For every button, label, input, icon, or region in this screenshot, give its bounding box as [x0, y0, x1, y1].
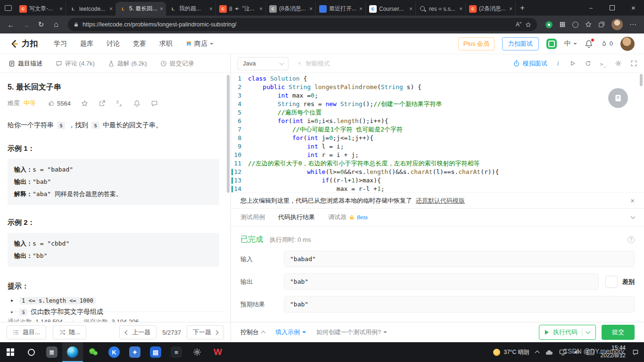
browser-tab[interactable]: L5. 最长回... — [116, 2, 166, 16]
more-menu-icon[interactable] — [629, 20, 636, 29]
console-toggle[interactable]: 控制台 — [240, 328, 265, 337]
tab-actions-icon[interactable] — [0, 0, 16, 16]
new-tab-button[interactable] — [516, 0, 529, 16]
header-nav-6[interactable]: 商店 — [186, 40, 214, 48]
volume-icon[interactable] — [573, 349, 580, 355]
browser-tab[interactable]: Lleetcode... — [66, 2, 116, 16]
browser-tab[interactable]: res = s.s... — [416, 2, 466, 16]
extension-icon-green[interactable] — [545, 21, 553, 28]
favorites-bar-icon[interactable] — [585, 21, 592, 28]
profile-avatar[interactable] — [611, 19, 623, 30]
ime-keyboard-icon[interactable] — [586, 349, 594, 355]
back-button[interactable] — [4, 17, 18, 32]
close-icon[interactable] — [630, 197, 635, 205]
tab-close-icon[interactable] — [309, 6, 313, 12]
browser-tab[interactable]: C8"泣... — [216, 2, 266, 16]
header-nav-2[interactable]: 题库 — [80, 40, 93, 48]
browser-tab[interactable]: 最近打开... — [316, 2, 366, 16]
reset-icon[interactable] — [585, 60, 592, 67]
problem-list-button[interactable]: 题目... — [7, 325, 46, 339]
notification-bell[interactable] — [585, 40, 593, 48]
language-selector[interactable]: 中 — [564, 40, 577, 48]
streak-counter[interactable]: 0 — [601, 40, 613, 48]
taskbar-app-wechat[interactable] — [83, 342, 104, 362]
forward-button[interactable] — [19, 17, 33, 32]
problem-tab-flask[interactable]: 题解 (6.2k) — [101, 54, 154, 73]
tab-close-icon[interactable] — [359, 6, 363, 12]
grid-extension-icon[interactable] — [559, 21, 566, 28]
extension-icon[interactable] — [572, 22, 578, 28]
taskbar-app-6[interactable]: ▤ — [145, 342, 166, 362]
header-nav-4[interactable]: 竞赛 — [133, 40, 146, 48]
terminal-icon[interactable] — [600, 59, 606, 68]
run-code-button[interactable]: 执行代码 — [539, 325, 596, 340]
problem-tab-comment[interactable]: 评论 (4.7k) — [49, 54, 101, 73]
header-nav-5[interactable]: 求职 — [159, 40, 173, 48]
url-text[interactable]: https://leetcode.cn/problems/longest-pal… — [83, 21, 512, 28]
info-icon[interactable]: i — [556, 60, 561, 67]
random-button[interactable]: 随... — [53, 325, 86, 339]
browser-tab[interactable]: L我的题... — [166, 2, 216, 16]
mock-interview-button[interactable]: 模拟面试 — [513, 59, 547, 68]
read-aloud-icon[interactable] — [516, 21, 521, 28]
tab-debugger[interactable]: 调试器 Beta — [328, 213, 368, 222]
interview-button[interactable]: 力扣面试 — [502, 37, 539, 50]
smart-mode-toggle[interactable]: 智能模式 — [296, 59, 330, 68]
fullscreen-icon[interactable] — [630, 60, 637, 67]
input-value-box[interactable]: "babad" — [284, 251, 635, 267]
fill-example-button[interactable]: 填入示例 — [275, 328, 306, 337]
tab-close-icon[interactable] — [209, 6, 213, 12]
taskbar-app-wps[interactable]: W — [207, 342, 228, 362]
restore-default-link[interactable]: 还原默认代码模版 — [416, 197, 465, 205]
like-button[interactable]: 5564 — [48, 100, 71, 107]
tab-close-icon[interactable] — [160, 6, 163, 12]
output-value-box[interactable]: "bab" — [284, 273, 599, 290]
language-select[interactable]: Java — [238, 57, 289, 70]
weather-widget[interactable]: 37°C 晴朗 — [493, 348, 529, 356]
home-button[interactable] — [49, 17, 63, 32]
collections-icon[interactable] — [598, 21, 605, 28]
star-icon[interactable] — [81, 100, 88, 107]
action-center-icon[interactable] — [632, 349, 639, 356]
plus-member-button[interactable]: Plus 会员 — [458, 37, 495, 50]
leetcode-logo[interactable]: 力扣 — [8, 38, 38, 49]
diff-label[interactable]: 差别 — [622, 278, 635, 286]
chevron-down-icon[interactable] — [586, 329, 591, 334]
taskbar-app-1[interactable]: ≣ — [41, 342, 62, 362]
translate-icon[interactable]: 文A — [116, 100, 123, 107]
tab-close-icon[interactable] — [459, 6, 462, 12]
header-nav-1[interactable]: 学习 — [54, 40, 67, 48]
taskbar-app-7[interactable]: ≡ — [166, 342, 187, 362]
search-button[interactable] — [21, 342, 41, 362]
notes-float-button[interactable] — [608, 88, 628, 108]
feedback-icon[interactable] — [151, 100, 158, 107]
network-icon[interactable] — [559, 349, 567, 355]
problem-tab-clock[interactable]: 提交记录 — [154, 54, 201, 73]
code-editor[interactable]: 1class Solution {2 public String longest… — [231, 73, 644, 192]
browser-tab[interactable]: C(8条消息... — [266, 2, 316, 16]
tab-close-icon[interactable] — [509, 6, 512, 12]
bell-icon[interactable] — [133, 100, 140, 107]
tab-audio-icon[interactable] — [235, 6, 240, 11]
taskbar-app-settings[interactable] — [187, 342, 207, 362]
favorite-star-icon[interactable] — [525, 22, 531, 28]
hidden-icons-chevron[interactable] — [535, 351, 539, 355]
help-circle-icon[interactable] — [627, 236, 635, 243]
taskbar-app-k[interactable]: K — [104, 342, 124, 362]
submit-button[interactable]: 提交 — [602, 325, 635, 340]
browser-tab[interactable]: C(2条消息... — [466, 2, 516, 16]
browser-tab[interactable]: CCourser... — [366, 2, 416, 16]
tab-close-icon[interactable] — [409, 6, 413, 12]
share-icon[interactable] — [99, 100, 106, 107]
close-button[interactable] — [623, 0, 644, 16]
tab-close-icon[interactable] — [259, 6, 263, 12]
start-button[interactable] — [0, 342, 21, 362]
settings-gear-icon[interactable] — [615, 60, 622, 67]
tab-testcase[interactable]: 测试用例 — [240, 213, 265, 222]
taskbar-app-5[interactable]: ✦ — [124, 342, 145, 362]
diff-checkbox[interactable] — [605, 276, 618, 288]
run-icon[interactable] — [569, 60, 576, 67]
expected-value-box[interactable]: "bab" — [284, 296, 635, 313]
maximize-button[interactable] — [602, 0, 623, 16]
tab-close-icon[interactable] — [109, 6, 113, 12]
